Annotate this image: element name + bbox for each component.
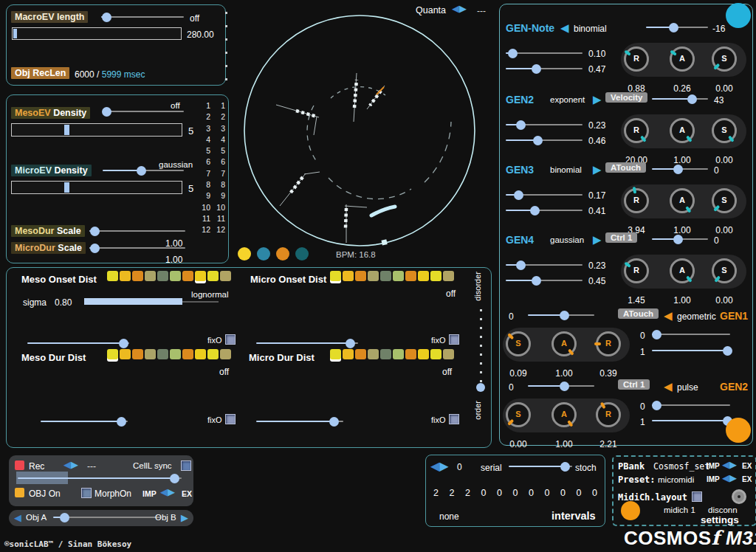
intervals-left-arrow-icon[interactable]: ◀	[430, 460, 439, 472]
gen-panel-top-button[interactable]	[726, 3, 751, 28]
dist-square[interactable]	[120, 349, 131, 359]
intervals-right-arrow-icon[interactable]: ▶	[439, 460, 448, 472]
gen2b-main-slider[interactable]	[528, 382, 594, 391]
settings-orange-button[interactable]	[621, 501, 640, 520]
dist-square[interactable]	[145, 271, 156, 281]
gen4-route-arrow-icon[interactable]: ▶	[593, 234, 602, 245]
gen4-slider-2[interactable]	[506, 276, 583, 286]
pbank-impex-stepper[interactable]: ◀▶	[722, 460, 737, 470]
gen4-knob-s[interactable]: S	[712, 258, 737, 283]
gen2-route-button[interactable]: Velocity	[605, 92, 647, 103]
gen3-route-arrow-icon[interactable]: ▶	[593, 164, 602, 175]
voice-dot[interactable]	[238, 247, 251, 261]
meso-dur-fixo-checkbox[interactable]	[225, 334, 236, 345]
dist-square[interactable]	[182, 349, 193, 359]
list-item[interactable]: 0	[497, 488, 502, 498]
gen1b-range-slider-0[interactable]	[652, 330, 730, 339]
gen2-slider-2[interactable]	[506, 136, 583, 145]
obj-a-arrow-icon[interactable]: ◀	[14, 513, 21, 522]
micro-dur-slider[interactable]	[256, 339, 358, 348]
dist-square[interactable]	[418, 349, 429, 359]
macroev-length-bar[interactable]	[12, 27, 182, 40]
dist-square[interactable]	[132, 271, 143, 281]
transport-ex-arrow-icon[interactable]: ▶	[168, 487, 175, 497]
macro-dotted-slider[interactable]	[225, 12, 227, 81]
gen1b-main-slider[interactable]	[528, 311, 594, 320]
dist-square[interactable]	[405, 271, 416, 281]
voice-dots[interactable]	[238, 247, 309, 261]
dist-square[interactable]	[330, 349, 341, 359]
transport-imp-arrow-icon[interactable]: ◀	[160, 487, 168, 497]
dist-square[interactable]	[355, 349, 366, 359]
gen3-main-slider[interactable]	[652, 165, 708, 174]
gen3-knob-r[interactable]: R	[624, 188, 649, 213]
microdur-scale-slider[interactable]	[89, 244, 185, 253]
list-item[interactable]: 0	[481, 488, 487, 498]
gen1b-knob-a[interactable]: A	[551, 331, 577, 356]
meso-dur-slider[interactable]	[27, 339, 129, 348]
macroev-length-slider[interactable]	[101, 13, 184, 22]
dist-square[interactable]	[368, 349, 379, 359]
sigma-slider[interactable]	[84, 298, 219, 306]
gen-note-knob-r[interactable]: R	[624, 46, 649, 72]
list-item[interactable]: 0	[529, 488, 534, 498]
mesodur-scale-slider[interactable]	[89, 227, 185, 236]
transport-position-slider[interactable]	[18, 474, 182, 483]
microev-density-bar[interactable]	[11, 181, 182, 194]
microev-density-slider[interactable]	[103, 166, 184, 176]
list-item[interactable]: 0	[592, 488, 597, 498]
gen2-main-slider[interactable]	[652, 94, 708, 104]
gen4-knob-a[interactable]: A	[670, 258, 695, 283]
gen-note-slider-1[interactable]	[506, 49, 583, 58]
dist-square[interactable]	[157, 271, 168, 281]
gen3-slider-1[interactable]	[506, 190, 583, 200]
order-slider-handle[interactable]	[476, 383, 485, 392]
gen1b-range-slider-1[interactable]	[652, 346, 730, 356]
dist-square[interactable]	[195, 349, 206, 359]
meso-bottom-fixo-checkbox[interactable]	[225, 414, 236, 424]
list-item[interactable]: 0	[545, 488, 550, 498]
gen1b-knob-r[interactable]: R	[596, 331, 621, 356]
gen2b-range-slider-0[interactable]	[652, 401, 730, 410]
dist-square[interactable]	[170, 271, 181, 281]
intervals-stepper[interactable]: ◀▶	[430, 460, 449, 473]
dist-square[interactable]	[393, 271, 404, 281]
gen4-main-slider[interactable]	[652, 235, 708, 244]
midich-layout-checkbox[interactable]	[692, 491, 702, 502]
gen-note-knob-a[interactable]: A	[670, 46, 695, 72]
dist-square[interactable]	[207, 271, 219, 281]
step-column-left[interactable]: 123456789101112	[199, 100, 210, 236]
dist-square[interactable]	[107, 271, 118, 281]
dist-square[interactable]	[405, 349, 416, 359]
rec-right-arrow-icon[interactable]: ▶	[71, 460, 78, 469]
dist-square[interactable]	[220, 349, 231, 359]
list-item[interactable]: 0	[560, 488, 566, 498]
cell-sync-checkbox[interactable]	[181, 460, 191, 471]
rec-button[interactable]	[15, 460, 24, 470]
meso-bottom-slider[interactable]	[41, 417, 128, 427]
obj-morph-slider[interactable]	[53, 513, 161, 522]
dist-square[interactable]	[380, 349, 391, 359]
voice-dot[interactable]	[257, 247, 270, 261]
preset-imp-arrow-icon[interactable]: ◀	[722, 473, 729, 483]
gen-note-slider-2[interactable]	[506, 64, 583, 74]
gen-panel-bottom-button[interactable]	[726, 418, 751, 443]
order-dotted-slider[interactable]	[480, 309, 482, 386]
list-item[interactable]: 0	[577, 488, 582, 498]
gen2-knob-a[interactable]: A	[670, 118, 695, 143]
gen3-knob-a[interactable]: A	[670, 188, 695, 213]
gen2b-knob-s[interactable]: S	[506, 402, 531, 427]
preset-impex-stepper[interactable]: ◀▶	[722, 473, 737, 483]
gen1b-left-arrow-icon[interactable]: ◀	[664, 310, 673, 321]
gen3-slider-2[interactable]	[506, 206, 583, 215]
dist-square[interactable]	[418, 271, 429, 281]
gen4-knob-r[interactable]: R	[624, 258, 649, 283]
dist-square[interactable]	[393, 349, 404, 359]
micro-bottom-slider[interactable]	[256, 417, 343, 427]
gen-note-knob-s[interactable]: S	[712, 46, 737, 72]
gen2b-knob-r[interactable]: R	[596, 402, 621, 427]
dist-square[interactable]	[220, 271, 231, 281]
dist-square[interactable]	[170, 349, 181, 359]
gen2b-range-slider-1[interactable]	[652, 416, 730, 426]
list-item[interactable]: 0	[513, 488, 518, 498]
